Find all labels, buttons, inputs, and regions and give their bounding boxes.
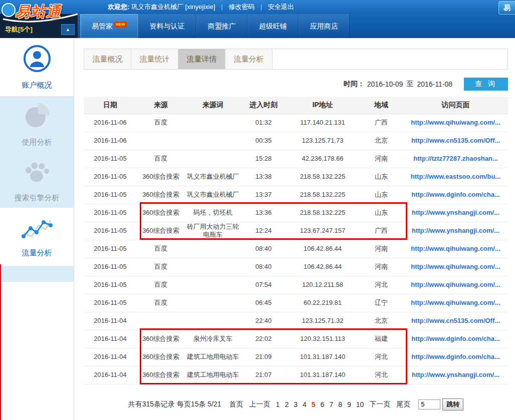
nav-tabs: 易管家NEW 资料与认证 商盟推广 超级旺铺 应用商店 bbox=[80, 14, 350, 38]
tab-traffic-analysis[interactable]: 流量分析 bbox=[225, 49, 273, 69]
floating-widget[interactable]: 易 bbox=[498, 1, 515, 15]
cell-date: 2016-11-04 bbox=[84, 312, 137, 330]
nav-tab-label: 资料与认证 bbox=[150, 22, 185, 30]
cell-keyword bbox=[185, 312, 241, 330]
tab-traffic-stats[interactable]: 流量统计 bbox=[131, 49, 178, 69]
cell-page[interactable]: http://www.cn5135.com/Off... bbox=[403, 132, 508, 150]
page-number[interactable]: 2 bbox=[285, 400, 289, 408]
cell-ip: 218.58.132.225 bbox=[286, 168, 359, 186]
jump-page-input[interactable] bbox=[418, 399, 440, 409]
sidebar-item-usage-analysis[interactable]: 使用分析 bbox=[0, 97, 74, 152]
cell-ip: 218.58.132.225 bbox=[286, 204, 359, 222]
cell-page[interactable]: http://tztz77287.zhaoshan... bbox=[403, 150, 508, 168]
tab-traffic-overview[interactable]: 流量概况 bbox=[84, 49, 131, 69]
cell-date: 2016-11-04 bbox=[84, 366, 137, 384]
nav-tab-alliance-promo[interactable]: 商盟推广 bbox=[196, 14, 247, 38]
sidebar-item-traffic-analysis[interactable]: 流量分析 bbox=[0, 208, 74, 266]
sidebar-item-label: 搜索引擎分析 bbox=[15, 193, 60, 203]
cell-page[interactable]: http://www.ynshangji.com/... bbox=[403, 222, 508, 240]
cell-page[interactable]: http://www.ynshangji.com/... bbox=[403, 366, 508, 384]
page-number[interactable]: 3 bbox=[294, 400, 298, 408]
tabs-filler bbox=[273, 49, 507, 69]
cell-page[interactable]: http://www.dginfo.com/cha... bbox=[403, 348, 508, 366]
main-content: 流量概况 流量统计 流量详情 流量分析 时间： 2016-10-09 至 201… bbox=[75, 38, 515, 420]
page-number[interactable]: 4 bbox=[303, 400, 307, 408]
cell-date: 2016-11-04 bbox=[84, 348, 137, 366]
cell-entry_time: 13:36 bbox=[241, 204, 286, 222]
tab-traffic-detail[interactable]: 流量详情 bbox=[178, 49, 225, 69]
cell-region: 山东 bbox=[359, 186, 403, 204]
cell-ip: 120.12.211.58 bbox=[286, 276, 359, 294]
cell-entry_time: 08:40 bbox=[241, 240, 286, 258]
cell-keyword: 巩义市鑫业机械厂 bbox=[185, 168, 241, 186]
cell-entry_time: 12:24 bbox=[241, 222, 286, 240]
first-page-link[interactable]: 首页 bbox=[229, 400, 243, 409]
page-number[interactable]: 6 bbox=[321, 400, 325, 408]
cell-entry_time: 22:40 bbox=[241, 312, 286, 330]
nav-tab-yiguanjia[interactable]: 易管家NEW bbox=[80, 14, 138, 38]
table-row: 2016-11-05360综合搜索码坯，切坯机13:36218.58.132.2… bbox=[84, 204, 508, 222]
last-page-link[interactable]: 尾页 bbox=[396, 400, 410, 409]
cell-page[interactable]: http://www.qihuiwang.com/... bbox=[403, 276, 508, 294]
column-header: 来源 bbox=[137, 97, 185, 114]
page-number[interactable]: 9 bbox=[347, 400, 351, 408]
cell-ip: 218.58.132.225 bbox=[286, 186, 359, 204]
page-number[interactable]: 1 bbox=[276, 400, 280, 408]
collapse-nav-button[interactable]: ▲ bbox=[61, 24, 75, 35]
query-button[interactable]: 查 询 bbox=[464, 78, 508, 91]
page-number[interactable]: 7 bbox=[329, 400, 333, 408]
pie-chart-icon bbox=[23, 102, 51, 132]
cell-region: 福建 bbox=[359, 330, 403, 348]
cell-keyword: 建筑工地用电动车 bbox=[185, 366, 241, 384]
cell-keyword bbox=[185, 276, 241, 294]
cell-ip: 106.42.86.44 bbox=[286, 240, 359, 258]
cell-region: 河南 bbox=[359, 258, 403, 276]
date-to-field[interactable]: 2016-11-08 bbox=[417, 80, 452, 88]
content-tabs: 流量概况 流量统计 流量详情 流量分析 bbox=[84, 49, 508, 70]
welcome-bar: 欢迎您: 巩义市鑫业机械厂 [xinyejixie] | 修改密码 | 安全退出 bbox=[108, 0, 294, 14]
cell-page[interactable]: http://www.cn5135.com/Off... bbox=[403, 312, 508, 330]
cell-page[interactable]: http://www.qihuiwang.com/... bbox=[403, 240, 508, 258]
table-row: 2016-11-05百度08:40106.42.86.44河南http://ww… bbox=[84, 240, 508, 258]
table-row: 2016-11-05百度15:2842.236.178.66河南http://t… bbox=[84, 150, 508, 168]
cell-page[interactable]: http://www.dginfo.com/cha... bbox=[403, 330, 508, 348]
sidebar: 账户概况 使用分析 bbox=[0, 38, 74, 420]
logout-link[interactable]: 安全退出 bbox=[268, 3, 294, 11]
cell-page[interactable]: http://www.qihuiwang.com/... bbox=[403, 294, 508, 312]
cell-source: 360综合搜索 bbox=[137, 168, 185, 186]
cell-entry_time: 13:38 bbox=[241, 168, 286, 186]
date-from-field[interactable]: 2016-10-09 bbox=[367, 80, 403, 88]
new-badge: NEW bbox=[114, 22, 127, 28]
prev-page-link[interactable]: 上一页 bbox=[249, 400, 271, 409]
nav-tab-label: 易管家 bbox=[92, 22, 113, 30]
separator: | bbox=[221, 3, 222, 11]
cell-region: 山东 bbox=[359, 168, 403, 186]
nav-tab-credentials[interactable]: 资料与认证 bbox=[138, 14, 196, 38]
cell-keyword: 泉州冷库叉车 bbox=[185, 330, 241, 348]
cell-keyword: 巩义市鑫业机械厂 bbox=[185, 186, 241, 204]
sidebar-item-search-engine-analysis[interactable]: 搜索引擎分析 bbox=[0, 152, 74, 208]
nav-tab-app-store[interactable]: 应用商店 bbox=[299, 14, 350, 38]
page-number[interactable]: 10 bbox=[356, 400, 364, 408]
table-row: 2016-11-0422:40123.125.71.32北京http://www… bbox=[84, 312, 508, 330]
sidebar-item-account-overview[interactable]: 账户概况 bbox=[0, 38, 74, 96]
cell-page[interactable]: http://www.dginfo.com/cha... bbox=[403, 186, 508, 204]
page-number[interactable]: 8 bbox=[338, 400, 342, 408]
cell-page[interactable]: http://www.ynshangji.com/... bbox=[403, 204, 508, 222]
nav-tab-super-shop[interactable]: 超级旺铺 bbox=[247, 14, 299, 38]
cell-region: 辽宁 bbox=[359, 294, 403, 312]
cell-keyword: 建筑工地用电动车 bbox=[185, 348, 241, 366]
cell-page[interactable]: http://www.qihuiwang.com/... bbox=[403, 114, 508, 132]
site-logo[interactable]: 易站通 bbox=[0, 0, 81, 23]
next-page-link[interactable]: 下一页 bbox=[369, 400, 390, 409]
change-password-link[interactable]: 修改密码 bbox=[228, 3, 254, 11]
cell-page[interactable]: http://www.eastsoo.com/bu... bbox=[403, 168, 508, 186]
separator: | bbox=[261, 3, 262, 11]
jump-button[interactable]: 跳转 bbox=[442, 398, 463, 410]
table-header-row: 日期来源来源词进入时刻IP地址地域访问页面 bbox=[84, 97, 508, 114]
page-number-current[interactable]: 5 bbox=[312, 400, 316, 408]
cell-source: 百度 bbox=[137, 276, 185, 294]
sidebar-item-label: 账户概况 bbox=[22, 81, 52, 90]
cell-page[interactable]: http://www.qihuiwang.com/... bbox=[403, 258, 508, 276]
cell-date: 2016-11-06 bbox=[84, 132, 137, 150]
